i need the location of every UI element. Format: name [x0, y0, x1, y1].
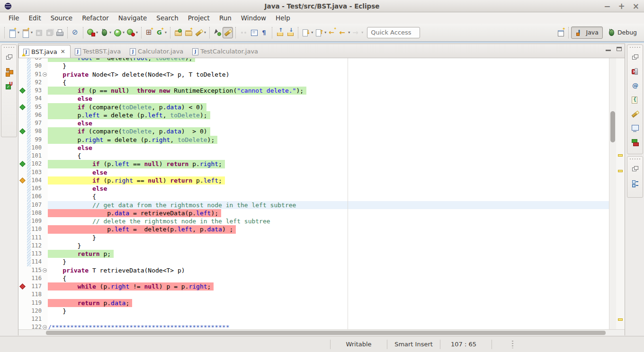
search-view-button[interactable] [630, 108, 640, 120]
last-edit-arrow-button[interactable] [327, 27, 338, 38]
coverage-button[interactable]: ▾ [86, 27, 99, 38]
code-text[interactable]: /***************************************… [48, 323, 609, 329]
line-number[interactable]: 114 [31, 258, 42, 266]
debug-perspective-button[interactable]: Debug [603, 26, 641, 39]
next-annotation-button[interactable]: ▾ [301, 27, 314, 38]
dropdown-arrow-icon[interactable]: ▾ [96, 30, 98, 35]
coverage-full-marker-icon[interactable] [19, 128, 26, 134]
mark-occurrences-button[interactable] [223, 27, 233, 38]
warning-annotation-mark[interactable] [618, 318, 623, 321]
line-number[interactable]: 106 [31, 193, 42, 201]
code-text[interactable]: private Node<T> delete(Node<T> p, T toDe… [48, 70, 609, 79]
code-editor[interactable]: 89 root = delete(root, toDelete);90 }91 … [18, 58, 625, 329]
line-number[interactable]: 112 [31, 242, 42, 250]
horizontal-scrollbar[interactable] [18, 329, 625, 335]
code-text[interactable]: return p.data; [48, 299, 609, 307]
dropdown-arrow-icon[interactable]: ▾ [311, 30, 313, 35]
dropdown-arrow-icon[interactable]: ▾ [204, 30, 206, 35]
new-java-class-button[interactable] [144, 27, 154, 38]
code-text[interactable]: } [48, 258, 609, 266]
maximize-editor-icon[interactable] [617, 47, 622, 51]
new-button[interactable]: ▾ [7, 27, 20, 38]
code-text[interactable]: while (p.right != null) p = p.right; [48, 282, 609, 290]
rail-drag-handle[interactable] [4, 46, 14, 48]
warning-annotation-mark[interactable] [618, 154, 623, 157]
coverage-full-marker-icon[interactable] [19, 104, 26, 110]
line-number[interactable]: 118 [31, 290, 42, 299]
line-number[interactable]: 92 [31, 79, 42, 87]
menu-source[interactable]: Source [46, 14, 77, 22]
menu-refactor[interactable]: Refactor [77, 14, 114, 22]
code-text[interactable]: if (p.right == null) return p.left; [48, 176, 609, 185]
last-edit-location-button[interactable] [212, 27, 223, 38]
line-number[interactable]: 111 [31, 234, 42, 242]
coverage-none-marker-icon[interactable] [19, 283, 26, 290]
open-perspective-button[interactable] [555, 27, 566, 38]
javadoc-view-button[interactable] [630, 80, 640, 91]
new-java-project-button[interactable]: ▾ [20, 27, 34, 38]
code-text[interactable]: if (p.left == null) return p.right; [48, 160, 609, 168]
code-text[interactable]: { [48, 152, 609, 160]
dropdown-arrow-icon[interactable]: ▾ [361, 30, 363, 35]
search-button[interactable]: ▾ [194, 27, 207, 38]
line-number[interactable]: 95 [31, 103, 42, 111]
dropdown-arrow-icon[interactable]: ▾ [109, 30, 111, 35]
menu-project[interactable]: Project [183, 14, 215, 22]
line-number[interactable]: 119 [31, 299, 42, 307]
line-number[interactable]: 99 [31, 136, 42, 144]
code-text[interactable]: else [48, 168, 609, 176]
code-text[interactable]: root = delete(root, toDelete); [48, 58, 609, 62]
collapse-icon[interactable] [43, 325, 47, 329]
rail-drag-handle[interactable] [630, 46, 640, 48]
open-type-button[interactable] [173, 27, 183, 38]
line-number[interactable]: 120 [31, 307, 42, 315]
line-number[interactable]: 116 [31, 274, 42, 282]
code-text[interactable]: } [48, 234, 609, 242]
code-text[interactable]: else [48, 144, 609, 152]
line-number[interactable]: 110 [31, 225, 42, 233]
coverage-full-marker-icon[interactable] [19, 88, 26, 94]
code-text[interactable]: return p; [48, 250, 609, 258]
dropdown-arrow-icon[interactable]: ▾ [165, 30, 167, 35]
print-button[interactable] [54, 27, 65, 38]
menu-run[interactable]: Run [215, 14, 236, 22]
dropdown-arrow-icon[interactable]: ▾ [18, 30, 19, 35]
line-number[interactable]: 97 [31, 119, 42, 127]
line-number[interactable]: 90 [31, 62, 42, 70]
next-edit-button[interactable] [285, 27, 295, 38]
line-number[interactable]: 98 [31, 127, 42, 135]
collapse-icon[interactable] [43, 268, 47, 273]
show-whitespace-button[interactable] [259, 27, 269, 38]
dropdown-arrow-icon[interactable]: ▾ [324, 30, 326, 35]
dropdown-arrow-icon[interactable]: ▾ [136, 30, 138, 35]
line-number[interactable]: 94 [31, 95, 42, 103]
code-text[interactable]: else [48, 95, 609, 103]
coverage-partial-marker-icon[interactable] [19, 177, 26, 184]
code-text[interactable] [48, 290, 609, 299]
tab-testcalculator-java[interactable]: TestCalculator.java [188, 45, 263, 58]
line-number[interactable]: 93 [31, 87, 42, 95]
line-number[interactable]: 105 [31, 185, 42, 193]
run-button[interactable]: ▾ [112, 27, 125, 38]
code-text[interactable]: { [48, 274, 609, 282]
coverage-full-marker-icon[interactable] [19, 161, 26, 167]
code-text[interactable]: p.left = delete(p.left, p.data) ; [48, 225, 609, 233]
tab-testbst-java[interactable]: TestBST.java [71, 45, 125, 58]
code-text[interactable] [48, 315, 609, 323]
debug-button[interactable]: ▾ [99, 27, 112, 38]
problems-view-button[interactable] [630, 66, 640, 77]
maximize-button[interactable]: + [618, 0, 625, 12]
line-number[interactable]: 103 [31, 168, 42, 176]
tab-bst-java[interactable]: BST.java✕ [18, 45, 71, 58]
collapse-icon[interactable] [43, 72, 47, 77]
line-number[interactable]: 117 [31, 282, 42, 290]
rail-drag-handle[interactable] [630, 158, 640, 160]
warning-annotation-mark[interactable] [618, 170, 623, 172]
junit-view-button[interactable] [4, 80, 14, 91]
menu-file[interactable]: File [4, 14, 24, 22]
code-text[interactable]: p.data = retrieveData(p.left); [48, 209, 609, 217]
line-number[interactable]: 109 [31, 217, 42, 225]
dropdown-arrow-icon[interactable]: ▾ [31, 30, 33, 35]
tab-calculator-java[interactable]: Calculator.java [125, 45, 188, 58]
outline-view-button[interactable] [630, 177, 640, 189]
